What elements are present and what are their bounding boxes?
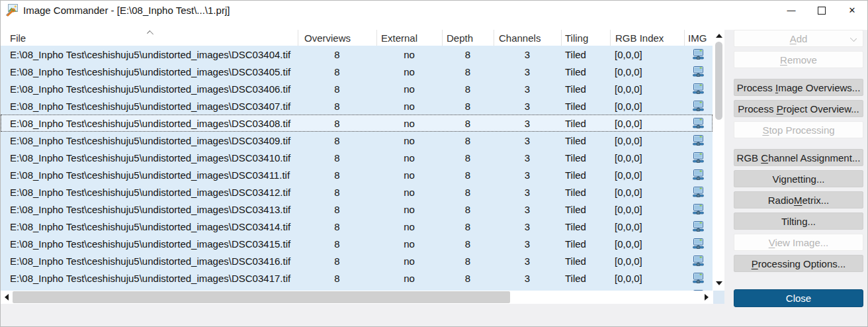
scroll-down-icon[interactable] <box>716 281 722 285</box>
cell-overviews: 8 <box>298 149 376 166</box>
cell-depth: 8 <box>442 149 494 166</box>
cell-tiling: Tiled <box>561 269 610 287</box>
view-image-button[interactable]: View Image... <box>734 234 863 251</box>
column-header-tiling[interactable]: Tiling <box>561 30 610 46</box>
cell-depth: 8 <box>442 46 494 63</box>
cell-img <box>684 97 713 115</box>
radiometrix-label: RadioMetrix... <box>768 195 830 206</box>
cell-external: no <box>376 183 442 201</box>
cell-tiling: Tiled <box>561 201 610 218</box>
cell-rgb_index: [0,0,0] <box>610 80 684 97</box>
cell-channels: 3 <box>494 218 561 235</box>
maximize-button[interactable] <box>806 1 837 20</box>
cell-tiling: Tiled <box>561 80 610 97</box>
cell-rgb_index: [0,0,0] <box>610 218 684 235</box>
table-row[interactable]: E:\08_Inpho Test\ceshishuju5\undistorted… <box>1 97 713 115</box>
minimize-icon: — <box>787 5 796 15</box>
cell-img <box>684 235 713 252</box>
cell-overviews: 8 <box>298 166 376 183</box>
img-network-icon <box>693 152 704 163</box>
cell-external: no <box>376 132 442 149</box>
radiometrix-button[interactable]: RadioMetrix... <box>734 191 863 209</box>
close-window-button[interactable]: ✕ <box>837 1 867 20</box>
cell-depth: 8 <box>442 166 494 183</box>
cell-rgb_index: [0,0,0] <box>610 183 684 201</box>
cell-tiling: Tiled <box>561 46 610 63</box>
table-row[interactable]: E:\08_Inpho Test\ceshishuju5\undistorted… <box>1 218 713 235</box>
cell-rgb_index: [0,0,0] <box>610 201 684 218</box>
tilting-button[interactable]: Tilting... <box>734 212 863 230</box>
horizontal-scrollbar-thumb[interactable] <box>13 291 510 303</box>
img-network-icon <box>693 169 704 180</box>
column-header-rgb_index[interactable]: RGB Index <box>610 30 684 46</box>
table-row[interactable]: E:\08_Inpho Test\ceshishuju5\undistorted… <box>1 235 713 252</box>
close-button[interactable]: Close <box>734 289 863 307</box>
vertical-scrollbar[interactable] <box>713 30 724 291</box>
horizontal-scrollbar[interactable] <box>1 291 713 304</box>
process-image-overviews-label: Process Image Overviews... <box>737 82 861 93</box>
cell-file: E:\08_Inpho Test\ceshishuju5\undistorted… <box>1 132 298 149</box>
column-header-depth[interactable]: Depth <box>442 30 494 46</box>
cell-tiling: Tiled <box>561 183 610 201</box>
cell-depth: 8 <box>442 252 494 269</box>
process-project-overview-button[interactable]: Process Project Overview... <box>734 100 863 117</box>
table-row[interactable]: E:\08_Inpho Test\ceshishuju5\undistorted… <box>1 252 713 269</box>
add-button[interactable]: Add <box>734 30 863 47</box>
cell-external: no <box>376 80 442 97</box>
table-row[interactable]: E:\08_Inpho Test\ceshishuju5\undistorted… <box>1 115 713 132</box>
cell-channels: 3 <box>494 166 561 183</box>
rgb-channel-assignment-button[interactable]: RGB Channel Assignment... <box>734 149 863 166</box>
table-row[interactable]: E:\08_Inpho Test\ceshishuju5\undistorted… <box>1 80 713 97</box>
cell-depth: 8 <box>442 115 494 132</box>
minimize-button[interactable]: — <box>776 1 806 20</box>
maximize-icon <box>818 7 826 15</box>
cell-img <box>684 252 713 269</box>
vignetting-button[interactable]: Vignetting... <box>734 170 863 187</box>
cell-img <box>684 63 713 80</box>
scroll-right-icon[interactable] <box>705 294 709 301</box>
img-network-icon <box>693 273 704 283</box>
table-row[interactable]: E:\08_Inpho Test\ceshishuju5\undistorted… <box>1 46 713 63</box>
column-header-overviews[interactable]: Overviews <box>298 30 376 46</box>
cell-tiling: Tiled <box>561 97 610 115</box>
cell-external: no <box>376 115 442 132</box>
cell-img <box>684 149 713 166</box>
cell-external: no <box>376 97 442 115</box>
column-header-img[interactable]: IMG <box>684 30 713 46</box>
cell-depth: 8 <box>442 218 494 235</box>
table-row[interactable]: E:\08_Inpho Test\ceshishuju5\undistorted… <box>1 183 713 201</box>
table-row[interactable]: E:\08_Inpho Test\ceshishuju5\undistorted… <box>1 63 713 80</box>
process-image-overviews-button[interactable]: Process Image Overviews... <box>734 79 863 96</box>
scroll-left-icon[interactable] <box>5 294 9 301</box>
cell-file: E:\08_Inpho Test\ceshishuju5\undistorted… <box>1 235 298 252</box>
vertical-scrollbar-thumb[interactable] <box>715 42 722 120</box>
stop-processing-button[interactable]: Stop Processing <box>734 121 863 138</box>
cell-depth: 8 <box>442 235 494 252</box>
cell-channels: 3 <box>494 63 561 80</box>
cell-overviews: 8 <box>298 80 376 97</box>
cell-overviews: 8 <box>298 97 376 115</box>
cell-img <box>684 80 713 97</box>
column-header-channels[interactable]: Channels <box>494 30 561 46</box>
dropdown-chevron-icon <box>850 35 857 42</box>
table-row[interactable]: E:\08_Inpho Test\ceshishuju5\undistorted… <box>1 166 713 183</box>
processing-options-button[interactable]: Processing Options... <box>734 255 863 272</box>
cell-channels: 3 <box>494 46 561 63</box>
cell-overviews: 8 <box>298 63 376 80</box>
img-network-icon <box>693 187 704 197</box>
cell-depth: 8 <box>442 63 494 80</box>
app-icon <box>5 3 19 17</box>
scroll-up-icon[interactable] <box>716 34 722 38</box>
table-row[interactable]: E:\08_Inpho Test\ceshishuju5\undistorted… <box>1 132 713 149</box>
table-row[interactable]: E:\08_Inpho Test\ceshishuju5\undistorted… <box>1 149 713 166</box>
cell-rgb_index: [0,0,0] <box>610 63 684 80</box>
cell-overviews: 8 <box>298 46 376 63</box>
column-header-external[interactable]: External <box>376 30 442 46</box>
table-row[interactable]: E:\08_Inpho Test\ceshishuju5\undistorted… <box>1 201 713 218</box>
cell-external: no <box>376 46 442 63</box>
remove-button[interactable]: Remove <box>734 51 863 68</box>
cell-channels: 3 <box>494 201 561 218</box>
table-row[interactable]: E:\08_Inpho Test\ceshishuju5\undistorted… <box>1 269 713 287</box>
cell-overviews: 8 <box>298 115 376 132</box>
cell-external: no <box>376 252 442 269</box>
